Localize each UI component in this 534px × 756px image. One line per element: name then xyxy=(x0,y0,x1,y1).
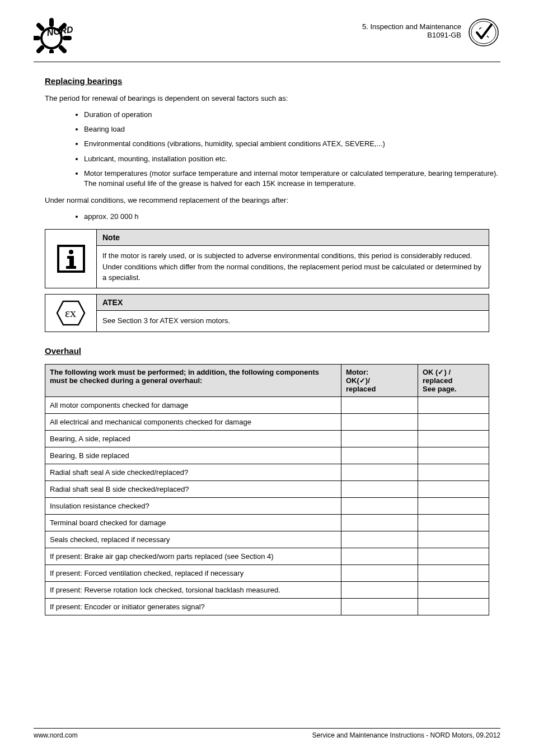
replacing-conclusion-text: Under normal conditions, we recommend re… xyxy=(45,196,500,204)
task-cell: If present: Reverse rotation lock checke… xyxy=(45,581,341,598)
checkmark-seal-icon xyxy=(467,17,500,48)
page-cell[interactable] xyxy=(418,497,489,514)
page-footer: www.nord.com Service and Maintenance Ins… xyxy=(34,728,500,739)
status-cell[interactable] xyxy=(341,396,418,413)
table-row: If present: Brake air gap checked/worn p… xyxy=(45,548,489,564)
table-row: Bearing, A side, replaced xyxy=(45,430,489,447)
task-cell: Bearing, A side, replaced xyxy=(45,430,341,447)
svg-text:εx: εx xyxy=(65,306,76,320)
status-cell[interactable] xyxy=(341,464,418,480)
list-item: Duration of operation xyxy=(84,110,500,120)
svg-point-2 xyxy=(469,19,498,46)
task-cell: All motor components checked for damage xyxy=(45,396,341,413)
table-row: Radial shaft seal A side checked/replace… xyxy=(45,464,489,480)
task-cell: All electrical and mechanical components… xyxy=(45,413,341,430)
list-item: Environmental conditions (vibrations, hu… xyxy=(84,139,500,149)
nord-gear-icon: NORD xyxy=(34,17,84,53)
list-item: Motor temperatures (motor surface temper… xyxy=(84,169,500,189)
page-cell[interactable] xyxy=(418,430,489,447)
table-header-motor: Motor: OK(✓)/ replaced xyxy=(341,364,418,396)
page-cell[interactable] xyxy=(418,564,489,581)
page-cell[interactable] xyxy=(418,464,489,480)
atex-hexagon-icon: εx xyxy=(55,299,86,327)
page-cell[interactable] xyxy=(418,413,489,430)
status-cell[interactable] xyxy=(341,564,418,581)
svg-rect-8 xyxy=(66,266,76,269)
task-cell: If present: Forced ventilation checked, … xyxy=(45,564,341,581)
list-item: Lubricant, mounting, installation positi… xyxy=(84,154,500,164)
task-cell: Radial shaft seal A side checked/replace… xyxy=(45,464,341,480)
status-cell[interactable] xyxy=(341,598,418,615)
page-cell[interactable] xyxy=(418,581,489,598)
table-row: If present: Forced ventilation checked, … xyxy=(45,564,489,581)
page-cell[interactable] xyxy=(418,396,489,413)
info-icon xyxy=(57,245,85,273)
footer-url: www.nord.com xyxy=(34,731,78,739)
atex-title: ATEX xyxy=(97,295,489,311)
factors-list: Duration of operation Bearing load Envir… xyxy=(84,110,500,189)
overhaul-heading: Overhaul xyxy=(45,346,500,356)
status-cell[interactable] xyxy=(341,447,418,464)
atex-body: See Section 3 for ATEX version motors. xyxy=(97,311,489,331)
footer-doc-info: Service and Maintenance Instructions - N… xyxy=(312,731,500,739)
task-cell: If present: Brake air gap checked/worn p… xyxy=(45,548,341,564)
list-item: approx. 20 000 h xyxy=(84,212,500,222)
page-cell[interactable] xyxy=(418,548,489,564)
status-cell[interactable] xyxy=(341,581,418,598)
brand-logo: NORD xyxy=(34,17,84,53)
note-callout: Note If the motor is rarely used, or is … xyxy=(45,229,489,288)
status-cell[interactable] xyxy=(341,430,418,447)
page-cell[interactable] xyxy=(418,447,489,464)
table-row: Insulation resistance checked? xyxy=(45,497,489,514)
table-row: Terminal board checked for damage xyxy=(45,514,489,531)
task-cell: Bearing, B side replaced xyxy=(45,447,341,464)
table-row: Bearing, B side replaced xyxy=(45,447,489,464)
page-header: NORD 5. Inspection and Maintenance B1091… xyxy=(34,17,500,62)
hours-list: approx. 20 000 h xyxy=(84,212,500,222)
page-cell[interactable] xyxy=(418,514,489,531)
note-title: Note xyxy=(97,230,489,246)
status-cell[interactable] xyxy=(341,514,418,531)
page-cell[interactable] xyxy=(418,598,489,615)
status-cell[interactable] xyxy=(341,480,418,497)
table-row: All electrical and mechanical components… xyxy=(45,413,489,430)
table-row: If present: Reverse rotation lock checke… xyxy=(45,581,489,598)
table-row: All motor components checked for damage xyxy=(45,396,489,413)
status-cell[interactable] xyxy=(341,497,418,514)
page-cell[interactable] xyxy=(418,480,489,497)
page-cell[interactable] xyxy=(418,531,489,548)
table-header-task: The following work must be performed; in… xyxy=(45,364,341,396)
replacing-bearings-heading: Replacing bearings xyxy=(45,76,500,86)
task-cell: Insulation resistance checked? xyxy=(45,497,341,514)
status-cell[interactable] xyxy=(341,531,418,548)
task-cell: Radial shaft seal B side checked/replace… xyxy=(45,480,341,497)
table-row: Seals checked, replaced if necessary xyxy=(45,531,489,548)
table-row: Radial shaft seal B side checked/replace… xyxy=(45,480,489,497)
chapter-label: 5. Inspection and Maintenance xyxy=(362,22,461,31)
table-header-page: OK (✓) / replaced See page. xyxy=(418,364,489,396)
atex-callout: εx ATEX See Section 3 for ATEX version m… xyxy=(45,294,489,332)
task-cell: Seals checked, replaced if necessary xyxy=(45,531,341,548)
svg-point-5 xyxy=(69,250,73,254)
status-cell[interactable] xyxy=(341,413,418,430)
doc-reference: B1091-GB xyxy=(362,31,461,39)
replacing-intro-text: The period for renewal of bearings is de… xyxy=(45,94,500,102)
note-body: If the motor is rarely used, or is subje… xyxy=(97,246,489,288)
status-cell[interactable] xyxy=(341,548,418,564)
task-cell: If present: Encoder or initiator generat… xyxy=(45,598,341,615)
table-row: If present: Encoder or initiator generat… xyxy=(45,598,489,615)
list-item: Bearing load xyxy=(84,124,500,134)
overhaul-table: The following work must be performed; in… xyxy=(45,364,489,615)
task-cell: Terminal board checked for damage xyxy=(45,514,341,531)
